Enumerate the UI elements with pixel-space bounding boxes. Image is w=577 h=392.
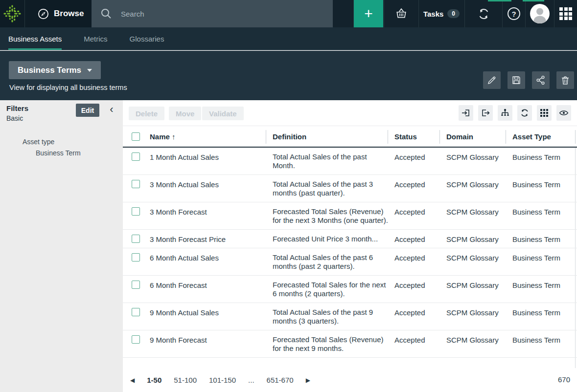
column-resize-handle[interactable] [506, 130, 506, 144]
app-root: Browse + [0, 0, 577, 392]
section-tab[interactable]: Glossaries [130, 27, 164, 50]
trash-icon [560, 75, 571, 86]
browse-button[interactable]: Browse [25, 0, 92, 27]
table-row[interactable]: 3 Month Forecast Forecasted Total Sales … [123, 202, 577, 230]
delete-view-button[interactable] [556, 71, 574, 89]
page-link[interactable]: 101-150 [209, 376, 236, 384]
cell-domain[interactable]: SCPM Glossary [446, 281, 499, 289]
filters-subtitle: Basic [6, 114, 23, 122]
tab-label: Metrics [84, 35, 107, 43]
app-logo[interactable] [0, 0, 24, 27]
cell-asset-type: Business Term [512, 308, 560, 317]
collapse-sidebar-button[interactable]: ‹ [106, 103, 117, 116]
column-resize-handle[interactable] [266, 130, 266, 144]
refresh-button[interactable] [517, 105, 532, 121]
cell-status: Accepted [394, 336, 425, 344]
table-row[interactable]: 3 Month Forecast Price Forecasted Unit P… [123, 230, 577, 248]
page-link[interactable]: 51-100 [174, 376, 197, 384]
cell-asset-type: Business Term [512, 336, 560, 344]
cell-name[interactable]: 1 Month Actual Sales [150, 153, 219, 161]
cell-definition: Forecasted Total Sales (Revenue) for the… [273, 330, 388, 357]
page-link[interactable]: ... [248, 376, 254, 384]
edit-filters-button[interactable]: Edit [76, 104, 99, 117]
cell-name[interactable]: 3 Month Forecast Price [150, 235, 226, 243]
table-row[interactable]: 3 Month Actual Sales Total Actual Sales … [123, 175, 577, 202]
row-checkbox[interactable] [132, 207, 140, 216]
import-button[interactable] [459, 105, 473, 121]
edit-view-button[interactable] [483, 71, 501, 89]
hierarchy-button[interactable] [498, 105, 512, 121]
column-header-domain[interactable]: Domain [446, 132, 473, 141]
row-checkbox[interactable] [132, 152, 140, 161]
section-tab[interactable]: Metrics [84, 27, 107, 50]
export-button[interactable] [478, 105, 493, 121]
share-icon [535, 75, 546, 86]
cell-domain[interactable]: SCPM Glossary [446, 153, 499, 161]
next-page-button[interactable]: ▶ [306, 377, 310, 384]
cell-domain[interactable]: SCPM Glossary [446, 254, 499, 262]
previous-page-button[interactable]: ◀ [130, 377, 135, 384]
table-row[interactable]: 9 Month Actual Sales Total Actual Sales … [123, 303, 577, 330]
table-row[interactable]: 9 Month Forecast Forecasted Total Sales … [123, 330, 577, 358]
row-checkbox[interactable] [132, 235, 140, 243]
user-menu-button[interactable] [526, 0, 554, 27]
cell-domain[interactable]: SCPM Glossary [446, 208, 499, 216]
select-all-checkbox[interactable] [132, 132, 140, 141]
data-basket-button[interactable] [387, 0, 416, 27]
cell-name[interactable]: 6 Month Forecast [150, 281, 207, 289]
row-checkbox[interactable] [132, 180, 140, 188]
help-button[interactable]: ? [503, 0, 525, 27]
cell-name[interactable]: 9 Month Forecast [150, 336, 207, 344]
cell-definition: Total Actual Sales of the past 9 months … [273, 303, 388, 330]
table-row[interactable]: 6 Month Forecast Forecasted Total Sales … [123, 276, 577, 303]
column-resize-handle[interactable] [439, 130, 440, 144]
column-header-name[interactable]: Name ↑ [150, 132, 176, 141]
page-links: 1-50 51-100 101-150 ... 651- [147, 376, 293, 384]
cell-domain[interactable]: SCPM Glossary [446, 336, 499, 344]
tasks-button[interactable]: Tasks 0 [419, 0, 464, 27]
save-view-button[interactable] [508, 71, 525, 89]
chevron-left-icon: ‹ [110, 103, 113, 115]
activity-sync-button[interactable] [465, 0, 502, 27]
column-header-status[interactable]: Status [394, 132, 417, 141]
column-resize-handle[interactable] [575, 130, 576, 144]
column-header-asset-type[interactable]: Asset Type [512, 132, 551, 141]
table-toolbar: Delete Move Validate [123, 100, 577, 126]
preview-button[interactable] [556, 105, 571, 121]
collibra-logo-icon [3, 5, 21, 22]
column-header-definition[interactable]: Definition [273, 132, 306, 141]
page-link[interactable]: 1-50 [147, 376, 162, 384]
delete-button[interactable]: Delete [129, 107, 164, 120]
cell-name[interactable]: 3 Month Forecast [150, 208, 207, 216]
cell-asset-type: Business Term [512, 281, 560, 289]
cell-domain[interactable]: SCPM Glossary [446, 180, 499, 189]
cell-name[interactable]: 6 Month Actual Sales [150, 254, 219, 262]
sort-ascending-icon: ↑ [172, 132, 176, 141]
page-link[interactable]: 651-670 [267, 376, 294, 384]
row-checkbox[interactable] [132, 253, 140, 261]
cell-domain[interactable]: SCPM Glossary [446, 308, 499, 317]
cell-asset-type: Business Term [512, 180, 560, 189]
table-row[interactable]: 1 Month Actual Sales Total Actual Sales … [123, 148, 577, 175]
validate-button[interactable]: Validate [202, 107, 244, 120]
row-checkbox[interactable] [132, 308, 140, 316]
column-resize-handle[interactable] [388, 130, 388, 144]
filter-field-value[interactable]: Business Term [36, 149, 81, 157]
cell-domain[interactable]: SCPM Glossary [446, 235, 499, 243]
cell-name[interactable]: 9 Month Actual Sales [150, 308, 219, 317]
view-selector-button[interactable]: Business Terms [9, 61, 101, 79]
view-header: Business Terms View for displaying all b… [0, 51, 577, 100]
search-input[interactable] [121, 10, 307, 18]
row-checkbox[interactable] [132, 281, 140, 289]
section-tab[interactable]: Business Assets [8, 27, 62, 50]
move-button[interactable]: Move [169, 107, 201, 120]
create-asset-button[interactable]: + [354, 0, 383, 27]
grid-view-button[interactable] [537, 105, 552, 121]
share-view-button[interactable] [532, 71, 550, 89]
row-checkbox[interactable] [132, 335, 140, 344]
cell-name[interactable]: 3 Month Actual Sales [150, 180, 219, 189]
refresh-icon [520, 108, 530, 118]
app-switcher-button[interactable] [554, 0, 577, 27]
tasks-count-badge: 0 [447, 9, 460, 18]
table-row[interactable]: 6 Month Actual Sales Total Actual Sales … [123, 248, 577, 276]
